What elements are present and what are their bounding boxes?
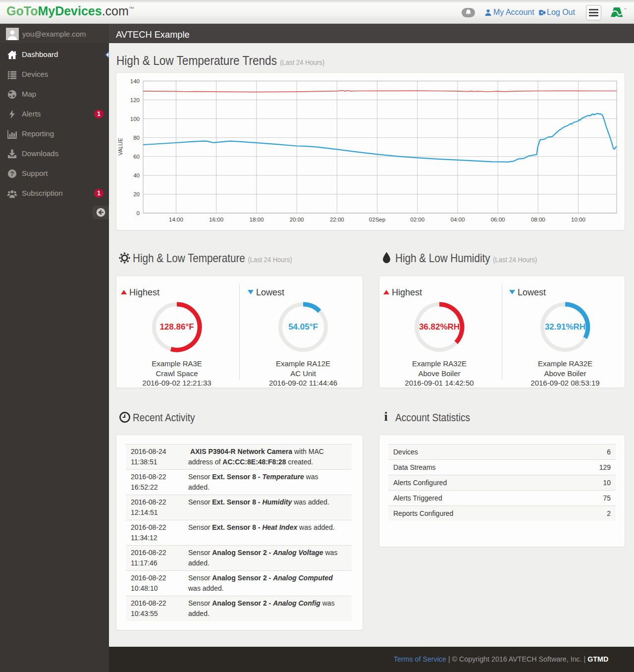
svg-text:140: 140: [130, 78, 140, 84]
svg-text:04:00: 04:00: [451, 217, 465, 223]
svg-text:20: 20: [133, 191, 140, 197]
svg-text:™: ™: [624, 7, 627, 10]
svg-text:16:00: 16:00: [209, 217, 223, 223]
svg-text:80: 80: [133, 135, 140, 141]
svg-text:100: 100: [130, 116, 140, 122]
svg-text:06:00: 06:00: [491, 217, 505, 223]
svg-text:14:00: 14:00: [169, 217, 183, 223]
svg-text:VALUE: VALUE: [117, 138, 123, 155]
svg-text:18:00: 18:00: [250, 217, 264, 223]
svg-text:08:00: 08:00: [531, 217, 545, 223]
svg-text:?: ?: [10, 170, 14, 177]
svg-text:22:00: 22:00: [330, 217, 344, 223]
svg-text:120: 120: [130, 97, 140, 103]
svg-text:i: i: [384, 411, 387, 423]
svg-text:40: 40: [133, 172, 140, 178]
svg-text:10:00: 10:00: [571, 217, 585, 223]
svg-text:20:00: 20:00: [290, 217, 304, 223]
svg-text:02Sep: 02Sep: [369, 217, 385, 223]
svg-text:0: 0: [137, 210, 140, 216]
svg-text:60: 60: [133, 154, 140, 160]
svg-text:02:00: 02:00: [410, 217, 424, 223]
